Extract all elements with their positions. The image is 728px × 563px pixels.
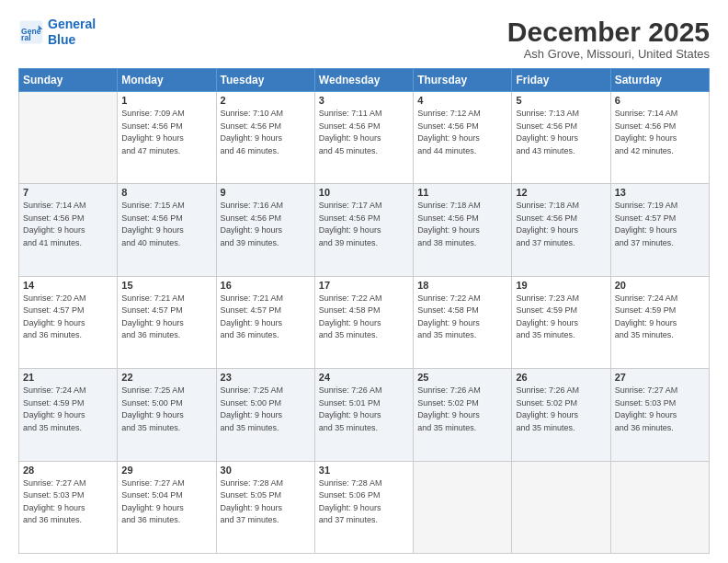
- day-info: Sunrise: 7:12 AM Sunset: 4:56 PM Dayligh…: [417, 108, 507, 157]
- day-number: 25: [417, 372, 507, 383]
- day-number: 4: [417, 95, 507, 106]
- day-info: Sunrise: 7:26 AM Sunset: 5:01 PM Dayligh…: [319, 385, 409, 434]
- day-number: 20: [615, 280, 705, 291]
- day-info: Sunrise: 7:21 AM Sunset: 4:57 PM Dayligh…: [121, 293, 211, 342]
- page-title: December 2025: [507, 17, 710, 47]
- calendar-day-cell: 22Sunrise: 7:25 AM Sunset: 5:00 PM Dayli…: [118, 369, 216, 461]
- day-number: 11: [417, 187, 507, 198]
- page: Gene ral General Blue December 2025 Ash …: [0, 0, 728, 563]
- day-info: Sunrise: 7:14 AM Sunset: 4:56 PM Dayligh…: [615, 108, 705, 157]
- day-info: Sunrise: 7:27 AM Sunset: 5:04 PM Dayligh…: [121, 477, 211, 527]
- day-number: 17: [319, 280, 409, 291]
- calendar-day-cell: 25Sunrise: 7:26 AM Sunset: 5:02 PM Dayli…: [414, 369, 512, 461]
- calendar-week-row: 7Sunrise: 7:14 AM Sunset: 4:56 PM Daylig…: [19, 184, 710, 276]
- calendar-day-cell: 7Sunrise: 7:14 AM Sunset: 4:56 PM Daylig…: [19, 184, 118, 276]
- day-info: Sunrise: 7:18 AM Sunset: 4:56 PM Dayligh…: [516, 200, 606, 249]
- day-info: Sunrise: 7:11 AM Sunset: 4:56 PM Dayligh…: [319, 108, 409, 157]
- day-info: Sunrise: 7:10 AM Sunset: 4:56 PM Dayligh…: [221, 108, 311, 157]
- day-number: 31: [319, 465, 409, 476]
- calendar-day-cell: 23Sunrise: 7:25 AM Sunset: 5:00 PM Dayli…: [216, 369, 314, 461]
- day-number: 28: [23, 465, 113, 476]
- calendar-table: SundayMondayTuesdayWednesdayThursdayFrid…: [18, 68, 710, 554]
- svg-text:ral: ral: [21, 33, 30, 42]
- day-number: 29: [121, 465, 211, 476]
- day-info: Sunrise: 7:28 AM Sunset: 5:06 PM Dayligh…: [319, 477, 409, 527]
- day-header-saturday: Saturday: [610, 69, 709, 92]
- day-info: Sunrise: 7:25 AM Sunset: 5:00 PM Dayligh…: [121, 385, 211, 434]
- day-info: Sunrise: 7:21 AM Sunset: 4:57 PM Dayligh…: [221, 293, 311, 342]
- calendar-day-cell: 13Sunrise: 7:19 AM Sunset: 4:57 PM Dayli…: [610, 184, 709, 276]
- day-info: Sunrise: 7:24 AM Sunset: 4:59 PM Dayligh…: [23, 385, 113, 434]
- calendar-day-cell: 4Sunrise: 7:12 AM Sunset: 4:56 PM Daylig…: [414, 92, 512, 184]
- day-header-friday: Friday: [512, 69, 610, 92]
- day-number: 19: [516, 280, 606, 291]
- day-info: Sunrise: 7:09 AM Sunset: 4:56 PM Dayligh…: [121, 108, 211, 157]
- page-subtitle: Ash Grove, Missouri, United States: [507, 47, 710, 61]
- calendar-day-cell: 6Sunrise: 7:14 AM Sunset: 4:56 PM Daylig…: [610, 92, 709, 184]
- calendar-day-cell: 1Sunrise: 7:09 AM Sunset: 4:56 PM Daylig…: [118, 92, 216, 184]
- day-number: 26: [516, 372, 606, 383]
- day-header-tuesday: Tuesday: [216, 69, 314, 92]
- logo: Gene ral General Blue: [18, 17, 96, 48]
- calendar-day-cell: [414, 461, 512, 553]
- calendar-day-cell: 24Sunrise: 7:26 AM Sunset: 5:01 PM Dayli…: [314, 369, 413, 461]
- calendar-week-row: 1Sunrise: 7:09 AM Sunset: 4:56 PM Daylig…: [19, 92, 710, 184]
- calendar-day-cell: 12Sunrise: 7:18 AM Sunset: 4:56 PM Dayli…: [512, 184, 610, 276]
- day-info: Sunrise: 7:27 AM Sunset: 5:03 PM Dayligh…: [615, 385, 705, 434]
- calendar-day-cell: 28Sunrise: 7:27 AM Sunset: 5:03 PM Dayli…: [19, 461, 118, 553]
- header: Gene ral General Blue December 2025 Ash …: [18, 17, 710, 61]
- calendar-day-cell: [610, 461, 709, 553]
- day-info: Sunrise: 7:23 AM Sunset: 4:59 PM Dayligh…: [516, 293, 606, 342]
- calendar-header-row: SundayMondayTuesdayWednesdayThursdayFrid…: [19, 69, 710, 92]
- day-info: Sunrise: 7:25 AM Sunset: 5:00 PM Dayligh…: [221, 385, 311, 434]
- calendar-week-row: 14Sunrise: 7:20 AM Sunset: 4:57 PM Dayli…: [19, 276, 710, 368]
- calendar-day-cell: 19Sunrise: 7:23 AM Sunset: 4:59 PM Dayli…: [512, 276, 610, 368]
- day-info: Sunrise: 7:13 AM Sunset: 4:56 PM Dayligh…: [516, 108, 606, 157]
- day-info: Sunrise: 7:27 AM Sunset: 5:03 PM Dayligh…: [23, 477, 113, 527]
- calendar-day-cell: [19, 92, 118, 184]
- logo-icon: Gene ral: [18, 19, 44, 45]
- day-info: Sunrise: 7:18 AM Sunset: 4:56 PM Dayligh…: [417, 200, 507, 249]
- day-header-thursday: Thursday: [414, 69, 512, 92]
- day-info: Sunrise: 7:22 AM Sunset: 4:58 PM Dayligh…: [319, 293, 409, 342]
- calendar-day-cell: 5Sunrise: 7:13 AM Sunset: 4:56 PM Daylig…: [512, 92, 610, 184]
- day-info: Sunrise: 7:16 AM Sunset: 4:56 PM Dayligh…: [221, 200, 311, 249]
- day-number: 30: [221, 465, 311, 476]
- day-number: 10: [319, 187, 409, 198]
- logo-text: General Blue: [48, 17, 96, 48]
- calendar-day-cell: 18Sunrise: 7:22 AM Sunset: 4:58 PM Dayli…: [414, 276, 512, 368]
- calendar-day-cell: 15Sunrise: 7:21 AM Sunset: 4:57 PM Dayli…: [118, 276, 216, 368]
- day-number: 3: [319, 95, 409, 106]
- calendar-day-cell: 30Sunrise: 7:28 AM Sunset: 5:05 PM Dayli…: [216, 461, 314, 553]
- day-header-wednesday: Wednesday: [314, 69, 413, 92]
- day-info: Sunrise: 7:26 AM Sunset: 5:02 PM Dayligh…: [417, 385, 507, 434]
- day-info: Sunrise: 7:28 AM Sunset: 5:05 PM Dayligh…: [221, 477, 311, 527]
- calendar-day-cell: 3Sunrise: 7:11 AM Sunset: 4:56 PM Daylig…: [314, 92, 413, 184]
- day-number: 7: [23, 187, 113, 198]
- calendar-day-cell: 2Sunrise: 7:10 AM Sunset: 4:56 PM Daylig…: [216, 92, 314, 184]
- calendar-day-cell: 26Sunrise: 7:26 AM Sunset: 5:02 PM Dayli…: [512, 369, 610, 461]
- day-header-sunday: Sunday: [19, 69, 118, 92]
- day-number: 8: [121, 187, 211, 198]
- day-number: 24: [319, 372, 409, 383]
- day-number: 16: [221, 280, 311, 291]
- day-number: 13: [615, 187, 705, 198]
- calendar-day-cell: 8Sunrise: 7:15 AM Sunset: 4:56 PM Daylig…: [118, 184, 216, 276]
- day-header-monday: Monday: [118, 69, 216, 92]
- day-number: 27: [615, 372, 705, 383]
- calendar-week-row: 21Sunrise: 7:24 AM Sunset: 4:59 PM Dayli…: [19, 369, 710, 461]
- title-block: December 2025 Ash Grove, Missouri, Unite…: [507, 17, 710, 61]
- calendar-day-cell: 17Sunrise: 7:22 AM Sunset: 4:58 PM Dayli…: [314, 276, 413, 368]
- day-info: Sunrise: 7:15 AM Sunset: 4:56 PM Dayligh…: [121, 200, 211, 249]
- day-info: Sunrise: 7:22 AM Sunset: 4:58 PM Dayligh…: [417, 293, 507, 342]
- calendar-day-cell: 27Sunrise: 7:27 AM Sunset: 5:03 PM Dayli…: [610, 369, 709, 461]
- day-number: 6: [615, 95, 705, 106]
- day-number: 1: [121, 95, 211, 106]
- calendar-day-cell: 9Sunrise: 7:16 AM Sunset: 4:56 PM Daylig…: [216, 184, 314, 276]
- day-number: 9: [221, 187, 311, 198]
- day-info: Sunrise: 7:20 AM Sunset: 4:57 PM Dayligh…: [23, 293, 113, 342]
- day-number: 5: [516, 95, 606, 106]
- calendar-day-cell: 21Sunrise: 7:24 AM Sunset: 4:59 PM Dayli…: [19, 369, 118, 461]
- calendar-day-cell: [512, 461, 610, 553]
- calendar-day-cell: 31Sunrise: 7:28 AM Sunset: 5:06 PM Dayli…: [314, 461, 413, 553]
